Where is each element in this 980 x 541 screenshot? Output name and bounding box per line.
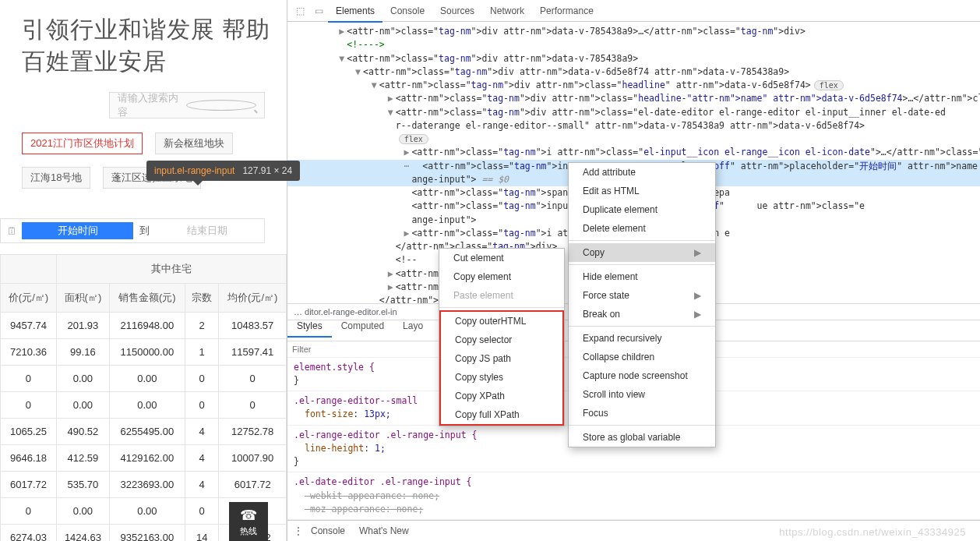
column-header: 均价(元/㎡) [219,284,287,313]
context-menu-item[interactable]: Copy XPath [439,387,564,405]
context-menu-item[interactable]: Copy selector [439,331,564,349]
devtools-tab[interactable]: Elements [328,1,382,23]
devtools-tab[interactable]: Performance [532,1,601,21]
table-cell: 6017.72 [219,472,287,498]
context-menu-item[interactable]: Copy JS path [439,349,564,368]
context-menu-item[interactable]: Collapse children [569,348,715,366]
search-icon[interactable] [186,100,256,111]
devtools-tabs: ⬚ ▭ ElementsConsoleSourcesNetworkPerform… [287,0,980,22]
context-menu-item[interactable]: Copy full XPath [439,405,564,426]
context-menu-item[interactable]: Store as global variable [569,428,715,447]
context-menu-item[interactable]: Scroll into view [569,385,715,404]
devtools-panel: ⬚ ▭ ElementsConsoleSourcesNetworkPerform… [287,0,980,541]
column-header: 价(元/㎡) [1,284,57,313]
context-menu-item[interactable]: Force state▶ [569,286,715,305]
table-cell: 12752.78 [219,419,287,445]
hotline-button[interactable]: ☎ 热线 [229,502,268,541]
watermark: https://blog.csdn.net/weixin_43334925 [779,526,966,538]
table-cell: 0.00 [109,366,185,392]
device-toggle-icon[interactable]: ▭ [309,5,328,16]
context-menu-item[interactable]: Hide element [569,267,715,286]
dom-node[interactable]: <!----> [287,38,980,51]
context-menu-item[interactable]: Delete element [569,219,715,238]
css-rule[interactable]: (index.el-date-editor .el-range-input {-… [287,472,980,520]
context-menu-item[interactable]: Copy outerHTML [439,310,564,331]
devtools-tab[interactable]: Sources [432,1,482,21]
table-row: 6017.72535.703223693.0046017.72 [1,472,287,498]
table-cell: 6274.03 [1,525,57,542]
inspect-icon[interactable]: ⬚ [291,5,309,16]
context-menu-item[interactable]: Copy▶ [569,243,715,262]
context-menu-item: Paste element [439,286,564,305]
table-row: 9646.18412.594129162.00410007.90 [1,445,287,472]
table-cell: 9457.74 [1,313,57,339]
web-page-pane: 引领行业和谐发展 帮助百姓置业安居 请输入搜索内容 2021江门市区供地计划新会… [0,0,287,541]
context-menu-copy[interactable]: Cut elementCopy elementPaste elementCopy… [439,248,565,426]
table-cell: 490.52 [56,419,109,445]
table-cell: 10007.90 [219,445,287,472]
context-menu-item[interactable]: Add attribute [569,163,715,182]
dom-node[interactable]: ▼<attr-nm">class="tag-nm">div attr-nm">d… [287,65,980,79]
table-cell: 0 [1,498,57,525]
table-cell: 1424.63 [56,525,109,542]
table-cell: 0 [1,366,57,392]
context-menu-item[interactable]: Focus [569,404,715,423]
filter-tag[interactable]: 江海18号地 [22,167,90,189]
table-row: 9457.74201.932116948.00210483.57 [1,313,287,339]
table-row: 7210.3699.161150000.00111597.41 [1,339,287,366]
context-menu-item[interactable]: Break on▶ [569,305,715,324]
table-cell: 6255495.00 [109,419,185,445]
table-cell: 0 [185,392,219,419]
column-header: 销售金额(元) [109,284,185,313]
filter-tag[interactable]: 新会枢纽地块 [155,133,233,154]
calendar-icon: 🗓 [7,225,17,237]
context-menu-item[interactable]: Edit as HTML [569,182,715,200]
context-menu-item[interactable]: Copy styles [439,368,564,387]
dom-node[interactable]: ▶<attr-nm">class="tag-nm">div attr-nm">c… [287,92,980,105]
dom-node[interactable]: ▶<attr-nm">class="tag-nm">i attr-nm">cla… [287,146,980,159]
context-menu-item[interactable]: Expand recursively [569,329,715,348]
table-row: 1065.25490.526255495.00412752.78 [1,419,287,445]
date-range-picker[interactable]: 🗓 开始时间 到 结束日期 [0,218,265,243]
context-menu-item[interactable]: Copy element [439,267,564,286]
column-header: 宗数 [185,284,219,313]
dom-node[interactable]: ▼<attr-nm">class="tag-nm">div attr-nm">d… [287,52,980,65]
dom-node[interactable]: flex [287,133,980,146]
context-menu-main[interactable]: Add attributeEdit as HTMLDuplicate eleme… [568,162,716,447]
context-menu-item[interactable]: Duplicate element [569,200,715,219]
dom-node[interactable]: ▶<attr-nm">class="tag-nm">div attr-nm">d… [287,25,980,38]
dom-node[interactable]: ▼<attr-nm">class="tag-nm">div attr-nm">c… [287,79,980,92]
dom-node[interactable]: ▼<attr-nm">class="tag-nm">div attr-nm">c… [287,106,980,119]
table-cell: 10483.57 [219,313,287,339]
table-cell: 4129162.00 [109,445,185,472]
table-group-header: 其中住宅 [56,255,286,284]
drawer-more-icon[interactable]: ⋮ [294,525,303,536]
drawer-tab[interactable]: Console [311,525,345,536]
data-table: 其中住宅 价(元/㎡)面积(㎡)销售金额(元)宗数均价(元/㎡) 9457.74… [0,254,287,541]
table-row: 00.000.0000 [1,392,287,419]
table-cell: 9352163.00 [109,525,185,542]
devtools-tab[interactable]: Network [482,1,532,21]
drawer-tab[interactable]: What's New [359,525,409,536]
styles-tab[interactable]: Computed [332,316,393,336]
table-cell: 7210.36 [1,339,57,366]
styles-tab[interactable]: Layo [393,316,432,336]
phone-icon: ☎ [240,507,257,524]
table-cell: 535.70 [56,472,109,498]
table-cell: 11597.41 [219,339,287,366]
filter-tag[interactable]: 2021江门市区供地计划 [22,133,143,154]
table-cell: 1065.25 [1,419,57,445]
context-menu-item[interactable]: Capture node screenshot [569,366,715,385]
table-row: 00.000.0000 [1,366,287,392]
table-cell: 99.16 [56,339,109,366]
dom-node[interactable]: r--daterange el-range-editor--small" att… [287,119,980,133]
table-cell: 1150000.00 [109,339,185,366]
styles-tab[interactable]: Styles [287,316,332,338]
devtools-tab[interactable]: Console [382,1,432,21]
context-menu-item[interactable]: Cut element [439,249,564,267]
table-cell: 6017.72 [1,472,57,498]
date-end-input[interactable]: 结束日期 [156,224,258,238]
table-cell: 4 [185,472,219,498]
date-start-input[interactable]: 开始时间 [22,222,133,239]
search-input[interactable]: 请输入搜索内容 [109,92,265,118]
